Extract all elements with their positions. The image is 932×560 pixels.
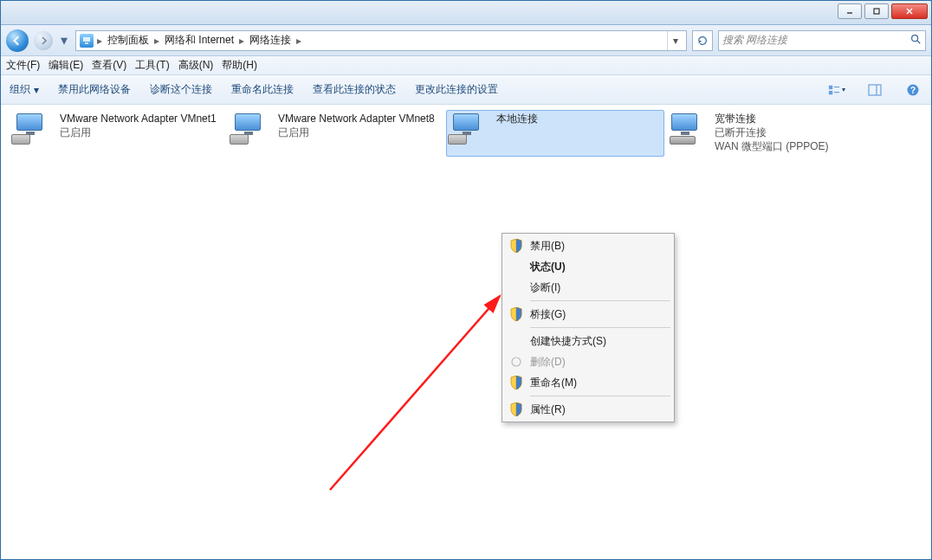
nav-back-button[interactable] bbox=[6, 29, 29, 52]
shield-icon bbox=[508, 401, 525, 418]
toolbar-disable-device[interactable]: 禁用此网络设备 bbox=[58, 82, 131, 97]
network-adapter-icon bbox=[11, 112, 53, 150]
toolbar-change-settings[interactable]: 更改此连接的设置 bbox=[415, 82, 498, 97]
connection-item-selected[interactable]: 本地连接 bbox=[446, 110, 664, 157]
connection-item[interactable]: 宽带连接 已断开连接 WAN 微型端口 (PPPOE) bbox=[664, 110, 883, 157]
ctx-label: 禁用(B) bbox=[530, 239, 565, 254]
chevron-right-icon: ▸ bbox=[294, 35, 303, 47]
svg-rect-5 bbox=[85, 42, 88, 44]
ctx-label: 属性(R) bbox=[530, 402, 566, 417]
ctx-bridge[interactable]: 桥接(G) bbox=[504, 304, 672, 325]
menu-view[interactable]: 查看(V) bbox=[92, 58, 126, 73]
chevron-right-icon: ▸ bbox=[152, 35, 161, 47]
toolbar-rename[interactable]: 重命名此连接 bbox=[231, 82, 294, 97]
menu-advanced[interactable]: 高级(N) bbox=[178, 58, 214, 73]
search-placeholder: 搜索 网络连接 bbox=[722, 33, 787, 48]
ctx-create-shortcut[interactable]: 创建快捷方式(S) bbox=[504, 331, 672, 351]
ctx-label: 创建快捷方式(S) bbox=[530, 334, 606, 349]
toolbar-view-status[interactable]: 查看此连接的状态 bbox=[313, 82, 396, 97]
command-bar: 组织 ▾ 禁用此网络设备 诊断这个连接 重命名此连接 查看此连接的状态 更改此连… bbox=[1, 75, 931, 105]
connection-item[interactable]: VMware Network Adapter VMnet1 已启用 bbox=[10, 110, 228, 157]
connection-name: VMware Network Adapter VMnet8 bbox=[278, 112, 435, 126]
search-input[interactable]: 搜索 网络连接 bbox=[718, 30, 926, 51]
close-button[interactable] bbox=[891, 3, 928, 19]
svg-rect-12 bbox=[869, 85, 881, 95]
chevron-down-icon: ▾ bbox=[842, 86, 845, 93]
connection-list: VMware Network Adapter VMnet1 已启用 VMware… bbox=[1, 105, 931, 162]
explorer-window: ▾ ▸ 控制面板 ▸ 网络和 Internet ▸ 网络连接 ▸ ▾ 搜索 网络… bbox=[0, 0, 932, 560]
separator bbox=[530, 300, 670, 301]
context-menu: 禁用(B) 状态(U) 诊断(I) 桥接(G) 创建快捷方式(S) 删除(D) bbox=[502, 233, 675, 422]
ctx-delete: 删除(D) bbox=[504, 351, 672, 372]
svg-point-6 bbox=[912, 35, 918, 42]
svg-rect-1 bbox=[874, 9, 879, 14]
connection-name: 本地连接 bbox=[496, 112, 538, 126]
chevron-right-icon: ▸ bbox=[95, 35, 104, 47]
svg-line-17 bbox=[330, 296, 500, 490]
modem-icon bbox=[666, 112, 708, 150]
network-location-icon bbox=[80, 34, 94, 48]
menu-edit[interactable]: 编辑(E) bbox=[49, 58, 83, 73]
menu-help[interactable]: 帮助(H) bbox=[222, 58, 257, 73]
annotation-arrow bbox=[1, 105, 932, 560]
connection-item[interactable]: VMware Network Adapter VMnet8 已启用 bbox=[228, 110, 446, 157]
nav-history-dropdown[interactable]: ▾ bbox=[58, 30, 70, 51]
connection-detail: WAN 微型端口 (PPPOE) bbox=[715, 139, 829, 153]
toolbar-diagnose[interactable]: 诊断这个连接 bbox=[150, 82, 212, 97]
content-area: VMware Network Adapter VMnet1 已启用 VMware… bbox=[1, 105, 931, 559]
connection-status: 已断开连接 bbox=[715, 126, 829, 139]
minimize-button[interactable] bbox=[838, 3, 862, 19]
menu-bar: 文件(F) 编辑(E) 查看(V) 工具(T) 高级(N) 帮助(H) bbox=[1, 56, 931, 75]
shield-icon bbox=[508, 237, 525, 254]
ctx-rename[interactable]: 重命名(M) bbox=[504, 372, 672, 393]
ctx-status[interactable]: 状态(U) bbox=[504, 256, 672, 277]
ctx-label: 状态(U) bbox=[530, 260, 566, 274]
connection-status: 已启用 bbox=[60, 126, 217, 139]
ctx-disable[interactable]: 禁用(B) bbox=[504, 235, 672, 256]
organize-label: 组织 bbox=[10, 82, 30, 97]
address-bar-row: ▾ ▸ 控制面板 ▸ 网络和 Internet ▸ 网络连接 ▸ ▾ 搜索 网络… bbox=[1, 25, 931, 56]
search-icon bbox=[909, 33, 922, 48]
svg-text:?: ? bbox=[910, 86, 916, 95]
link-icon bbox=[508, 353, 525, 370]
connection-name: VMware Network Adapter VMnet1 bbox=[60, 112, 217, 126]
svg-line-7 bbox=[917, 41, 921, 44]
breadcrumb[interactable]: ▸ 控制面板 ▸ 网络和 Internet ▸ 网络连接 ▸ ▾ bbox=[75, 30, 687, 51]
ctx-label: 重命名(M) bbox=[530, 376, 577, 390]
breadcrumb-item[interactable]: 网络连接 bbox=[248, 33, 293, 48]
separator bbox=[530, 327, 670, 328]
menu-tools[interactable]: 工具(T) bbox=[135, 58, 169, 73]
help-button[interactable]: ? bbox=[903, 80, 922, 100]
maximize-button[interactable] bbox=[864, 3, 889, 19]
titlebar bbox=[1, 1, 931, 25]
svg-point-16 bbox=[512, 357, 521, 366]
view-mode-button[interactable]: ▾ bbox=[827, 80, 846, 100]
chevron-right-icon: ▸ bbox=[237, 35, 246, 47]
network-adapter-icon bbox=[230, 112, 271, 150]
ctx-diagnose[interactable]: 诊断(I) bbox=[504, 277, 672, 298]
window-controls bbox=[838, 3, 928, 19]
organize-button[interactable]: 组织 ▾ bbox=[10, 82, 39, 97]
ctx-label: 桥接(G) bbox=[530, 307, 566, 322]
preview-pane-button[interactable] bbox=[865, 80, 884, 100]
network-adapter-icon bbox=[448, 112, 489, 150]
separator bbox=[530, 396, 670, 396]
ctx-label: 诊断(I) bbox=[530, 280, 560, 295]
svg-rect-4 bbox=[83, 37, 90, 42]
refresh-button[interactable] bbox=[692, 30, 713, 51]
menu-file[interactable]: 文件(F) bbox=[6, 58, 40, 73]
breadcrumb-item[interactable]: 网络和 Internet bbox=[163, 33, 236, 48]
breadcrumb-dropdown[interactable]: ▾ bbox=[667, 31, 683, 50]
breadcrumb-item[interactable]: 控制面板 bbox=[106, 33, 151, 48]
ctx-label: 删除(D) bbox=[530, 355, 566, 370]
svg-rect-8 bbox=[829, 85, 832, 88]
connection-name: 宽带连接 bbox=[715, 112, 829, 126]
svg-rect-9 bbox=[829, 90, 832, 93]
nav-forward-button[interactable] bbox=[34, 31, 53, 50]
connection-status: 已启用 bbox=[278, 126, 435, 139]
shield-icon bbox=[508, 306, 525, 323]
shield-icon bbox=[508, 374, 525, 391]
ctx-properties[interactable]: 属性(R) bbox=[504, 399, 672, 420]
chevron-down-icon: ▾ bbox=[34, 84, 39, 96]
